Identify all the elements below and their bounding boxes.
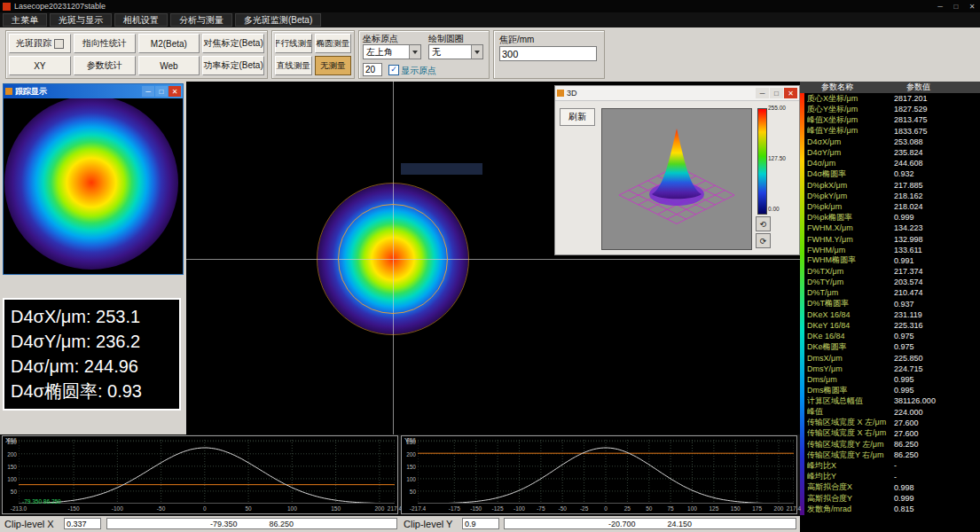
toolbar-button-label: Web [160, 61, 177, 71]
toolbar-button[interactable]: 指向性统计 [74, 34, 136, 53]
y-profile-plot[interactable]: Y 25625020015010050 -217.4-175-150-125-1… [401, 435, 797, 514]
parameter-value: 1833.675 [894, 127, 980, 136]
parameter-name: D%T/μm [807, 288, 894, 297]
toolbar-button[interactable]: 参数统计 [74, 56, 136, 75]
clip-level-x-input[interactable]: 0.337 [64, 518, 101, 529]
parameter-row: 峰均比Y - [800, 472, 980, 482]
coord-origin-select[interactable]: 左上角 [363, 44, 421, 59]
parameter-row: DmsY/μm 224.715 [800, 364, 980, 374]
parameter-name: D%pkY/μm [807, 192, 894, 200]
parameter-name: 峰均比Y [807, 471, 894, 482]
x-tick-label: 125 [709, 505, 718, 512]
x-tick-label: 200 [774, 505, 784, 512]
parameter-header: 参数名称 参数值 [800, 82, 980, 93]
three-d-surface-plot[interactable] [601, 108, 752, 250]
profile-curve [19, 440, 395, 504]
menu-item[interactable]: 多光斑监测(Beta) [235, 13, 321, 27]
minimize-icon[interactable]: ─ [142, 86, 154, 97]
tracking-window-titlebar[interactable]: 跟踪显示 ─ □ ✕ [4, 84, 183, 98]
menu-item[interactable]: 主菜单 [3, 13, 47, 27]
parameter-name: Dms椭圆率 [807, 385, 894, 396]
close-icon[interactable]: ✕ [964, 0, 980, 12]
parameter-row: D%T椭圆率 0.937 [800, 299, 980, 309]
measure-mode-button[interactable]: 椭圆测量 [315, 34, 352, 53]
parameter-row: 计算区域总幅值 381126.000 [800, 395, 980, 406]
y-tick-label: 50 [11, 488, 17, 494]
parameter-panel: 参数名称 参数值 质心X坐标/μm 2817.201 质心Y坐标/μm 1827… [800, 82, 980, 532]
parameter-name: 传输区域宽度 X 左/μm [807, 417, 894, 428]
chevron-down-icon[interactable] [471, 45, 482, 59]
x-tick-label: 0 [203, 505, 207, 512]
parameter-row: D4σ椭圆率 0.932 [800, 168, 980, 179]
y-tick-label: 50 [410, 488, 416, 494]
parameter-value: 218.162 [894, 192, 980, 200]
dropdown-box-icon[interactable] [54, 39, 64, 49]
toolbar-button[interactable]: 功率标定(Beta) [202, 56, 264, 75]
grid-size-input[interactable]: 20 [363, 63, 382, 76]
parameter-row: 质心X坐标/μm 2817.201 [800, 93, 980, 104]
chevron-down-icon[interactable] [409, 45, 420, 59]
parameter-name: 峰均比X [807, 460, 894, 472]
menu-item[interactable]: 相机设置 [114, 13, 168, 27]
three-d-titlebar[interactable]: 3D ─ □ ✕ [555, 86, 799, 101]
minimize-icon[interactable]: ─ [756, 88, 769, 98]
draw-circle-select[interactable]: 无 [428, 44, 483, 59]
clip-range-y-field: -20.700 24.150 [504, 518, 796, 529]
show-origin-checkbox[interactable]: ✓ [388, 65, 399, 75]
rotate-view-icon[interactable]: ⟲ [756, 216, 771, 231]
maximize-icon[interactable]: □ [770, 88, 783, 98]
menubar: 主菜单光斑与显示相机设置分析与测量多光斑监测(Beta) [0, 12, 980, 27]
refresh-button[interactable]: 刷新 [560, 108, 595, 126]
close-icon[interactable]: ✕ [169, 86, 181, 97]
three-d-colorbar [757, 108, 767, 215]
maximize-icon[interactable]: □ [948, 0, 964, 12]
toolbar-button[interactable]: XY [9, 56, 71, 75]
parameter-value: 27.600 [894, 419, 980, 427]
toolbar-button[interactable]: 光斑跟踪 [9, 34, 71, 53]
measure-mode-button[interactable]: 无测量 [315, 56, 352, 75]
measure-mode-button[interactable]: 直线测量 [275, 56, 312, 75]
x-profile-curve-area [19, 440, 395, 504]
parameter-row: 传输区域宽度 X 左/μm 27.600 [800, 418, 980, 428]
tracking-beam-view[interactable] [4, 98, 183, 274]
parameter-row: 高斯拟合度X 0.998 [800, 482, 980, 493]
minimize-icon[interactable]: ─ [932, 0, 948, 12]
measure-mode-button[interactable]: 平行线测量 [275, 34, 312, 53]
parameter-name: 峰值X坐标/μm [807, 114, 894, 126]
menu-item[interactable]: 光斑与显示 [50, 13, 112, 27]
x-profile-plot[interactable]: X 25625020015010050 -213.0-150-100-50050… [2, 435, 398, 514]
toolbar-button[interactable]: M2(Beta) [138, 34, 200, 53]
app-titlebar: Lasecope20231207stable ─ □ ✕ [0, 0, 980, 12]
parameter-name: D4σ/μm [807, 159, 894, 168]
parameter-value: 253.088 [894, 137, 980, 146]
beam-circle-outer [317, 183, 469, 335]
toolbar-button-label: 对焦标定(Beta) [204, 37, 263, 50]
parameter-row: D4σ/μm 244.608 [800, 158, 980, 168]
surface-plot-graphic [602, 109, 751, 249]
toolbar-button[interactable]: 对焦标定(Beta) [202, 34, 264, 53]
coord-origin-value: 左上角 [364, 46, 409, 59]
parameter-value: 0.932 [894, 169, 980, 178]
measure-mode-label: 直线测量 [277, 60, 310, 72]
parameter-value: 134.223 [894, 223, 980, 232]
parameter-row: DmsX/μm 225.850 [800, 353, 980, 364]
toolbar-group-main: 光斑跟踪 指向性统计 M2(Beta) 对焦标定(Beta) [5, 30, 268, 79]
statusbar: Clip-level X 0.337 -79.350 86.250 Clip-l… [0, 516, 800, 532]
focal-length-input[interactable]: 300 [499, 46, 597, 61]
parameter-name: Dms/μm [807, 375, 894, 384]
parameter-value: 27.600 [894, 429, 980, 438]
close-icon[interactable]: ✕ [784, 88, 797, 98]
rotate-view-icon[interactable]: ⟳ [756, 233, 771, 248]
parameter-row: 质心Y坐标/μm 1827.529 [800, 104, 980, 114]
parameter-value: 235.824 [894, 148, 980, 157]
parameter-name: D4σ椭圆率 [807, 168, 894, 180]
clip-level-y-input[interactable]: 0.9 [462, 518, 499, 529]
draw-circle-label: 绘制圆圈 [428, 33, 464, 45]
x-tick-labels: -217.4-175-150-125-100-75-50-25025507510… [418, 505, 794, 513]
toolbar-button[interactable]: Web [138, 56, 200, 75]
parameter-value: - [894, 461, 980, 470]
parameter-value: 244.608 [894, 159, 980, 168]
parameter-value: 132.998 [894, 235, 980, 244]
maximize-icon[interactable]: □ [155, 86, 168, 97]
menu-item[interactable]: 分析与测量 [170, 13, 232, 27]
